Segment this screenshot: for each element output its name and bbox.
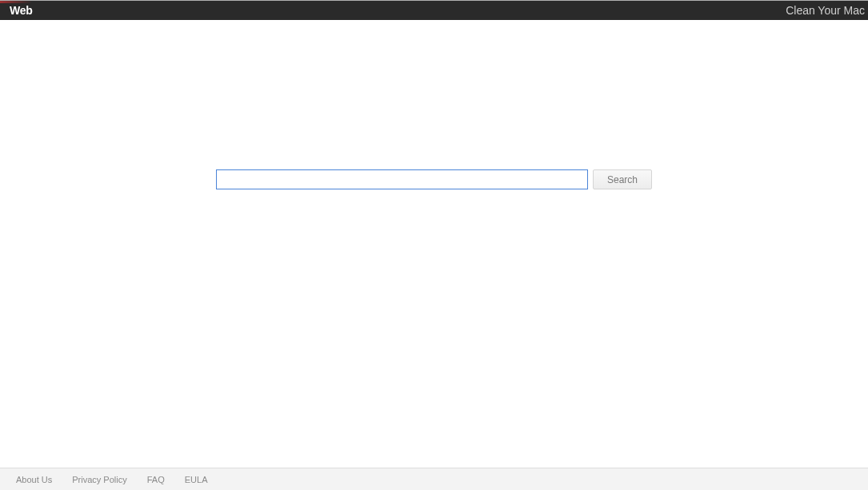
logo-text: Web [10,4,32,17]
footer-link-privacy[interactable]: Privacy Policy [72,475,126,484]
header-bar: Web Clean Your Mac [0,1,868,20]
search-row: Search [216,169,652,189]
clean-mac-link[interactable]: Clean Your Mac [786,4,865,17]
header-accent [0,1,32,3]
footer-link-faq[interactable]: FAQ [147,475,165,484]
footer-link-eula[interactable]: EULA [185,475,208,484]
search-input[interactable] [216,169,588,189]
footer-bar: About Us Privacy Policy FAQ EULA [0,468,868,490]
footer-link-about[interactable]: About Us [16,475,52,484]
search-button[interactable]: Search [593,169,652,189]
main-content: Search [0,20,868,468]
